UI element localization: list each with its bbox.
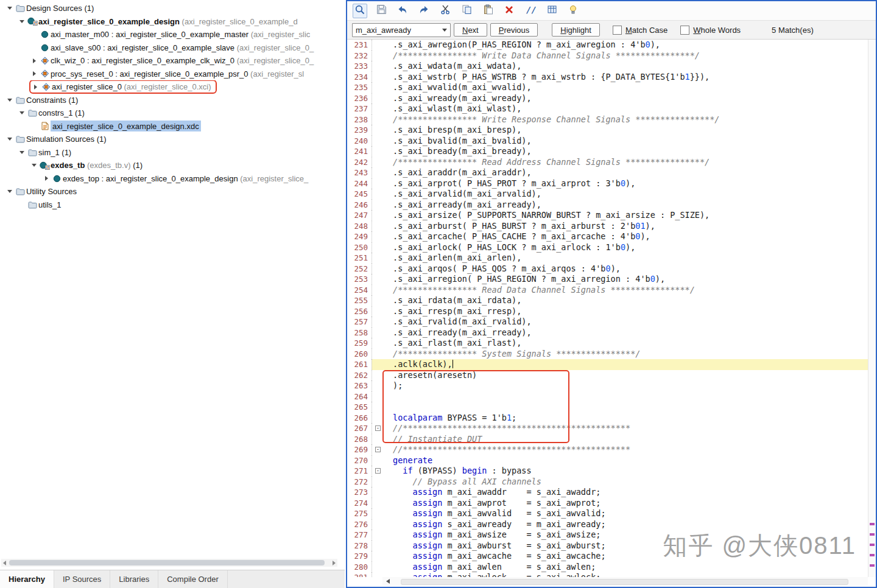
find-previous-button[interactable]: Previous [490,23,538,37]
tab-ip-sources[interactable]: IP Sources [54,570,110,588]
tree-row[interactable]: exdes_tb (exdes_tb.v) (1) [0,159,345,172]
scroll-left-icon[interactable] [386,579,390,584]
scrollbar-track[interactable] [392,578,865,584]
tree-row[interactable]: axi_register_slice_0_example_design.xdc [0,120,345,133]
scrollbar-thumb[interactable] [9,560,325,565]
redo-button[interactable] [417,4,431,18]
quick-fix-button[interactable] [566,4,580,18]
highlight-button[interactable]: Highlight [552,23,600,37]
editor-horizontal-scrollbar[interactable] [382,577,868,586]
code-line-266[interactable]: 266localparam BYPASS = 1'b1; [347,413,868,424]
code-line-240[interactable]: 240.s_axi_bvalid(m_axi_bvalid), [347,136,868,147]
code-line-258[interactable]: 258.s_axi_rready(m_axi_rready), [347,327,868,338]
code-line-273[interactable]: 273 assign m_axi_awaddr = s_axi_awaddr; [347,487,868,498]
tree-row[interactable]: axi_master_m00 : axi_register_slice_0_ex… [0,28,345,41]
code-line-233[interactable]: 233.s_axi_wdata(m_axi_wdata), [347,61,868,72]
code-line-241[interactable]: 241.s_axi_bready(m_axi_bready), [347,146,868,157]
code-line-234[interactable]: 234.s_axi_wstrb( P_HAS_WSTRB ? m_axi_wst… [347,72,868,83]
code-line-259[interactable]: 259.s_axi_rlast(m_axi_rlast), [347,338,868,349]
chevron-collapsed-icon[interactable] [29,71,39,76]
code-line-274[interactable]: 274 assign m_axi_awprot = s_axi_awprot; [347,498,868,509]
code-line-245[interactable]: 245.s_axi_arvalid(m_axi_arvalid), [347,189,868,200]
toggle-comment-button[interactable]: // [523,4,538,18]
code-line-268[interactable]: 268// Instantiate DUT [347,434,868,445]
copy-button[interactable] [459,4,474,18]
code-line-271[interactable]: 271- if (BYPASS) begin : bypass [347,466,868,477]
code-line-248[interactable]: 248.s_axi_arburst( P_HAS_BURST ? m_axi_a… [347,221,868,232]
code-line-255[interactable]: 255.s_axi_rdata(m_axi_rdata), [347,295,868,306]
code-line-251[interactable]: 251.s_axi_arlen(m_axi_arlen), [347,253,868,264]
match-case-checkbox[interactable]: Match Case [613,26,667,35]
save-button[interactable] [374,4,389,18]
code-line-254[interactable]: 254/**************** Read Data Channel S… [347,285,868,296]
tree-row[interactable]: axi_register_slice_0 (axi_register_slice… [0,80,345,94]
code-line-237[interactable]: 237.s_axi_wlast(m_axi_wlast), [347,103,868,114]
code-line-232[interactable]: 232/**************** Write Data Channel … [347,51,868,61]
chevron-expanded-icon[interactable] [17,111,27,114]
tree-row[interactable]: axi_slave_s00 : axi_register_slice_0_exa… [0,41,345,55]
tab-hierarchy[interactable]: Hierarchy [0,570,54,588]
tree-row[interactable]: utils_1 [0,198,345,212]
tree-row[interactable]: clk_wiz_0 : axi_register_slice_0_example… [0,54,345,68]
code-line-276[interactable]: 276 assign s_axi_awready = m_axi_awready… [347,519,868,530]
code-line-261[interactable]: 261.aclk(aclk), [347,359,868,370]
code-line-239[interactable]: 239.s_axi_bresp(m_axi_bresp), [347,125,868,136]
sources-horizontal-scrollbar[interactable] [1,559,337,567]
code-line-243[interactable]: 243.s_axi_araddr(m_axi_araddr), [347,167,868,178]
code-line-244[interactable]: 244.s_axi_arprot( P_HAS_PROT ? m_axi_arp… [347,178,868,189]
chevron-expanded-icon[interactable] [17,20,27,23]
code-line-263[interactable]: 263); [347,380,868,391]
fold-collapse-icon[interactable]: - [375,447,381,452]
code-line-247[interactable]: 247.s_axi_arsize( P_SUPPORTS_NARROW_BURS… [347,210,868,221]
code-line-264[interactable]: 264 [347,391,868,402]
chevron-expanded-icon[interactable] [5,190,15,193]
code-line-242[interactable]: 242/**************** Read Address Channe… [347,157,868,168]
chevron-expanded-icon[interactable] [5,7,15,10]
tab-libraries[interactable]: Libraries [110,570,158,588]
code-line-238[interactable]: 238/**************** Write Response Chan… [347,114,868,125]
code-line-262[interactable]: 262.aresetn(aresetn) [347,370,868,381]
delete-button[interactable] [502,4,516,18]
code-line-280[interactable]: 280 assign m_axi_awlen = s_axi_awlen; [347,562,868,573]
code-line-269[interactable]: 269-//**********************************… [347,444,868,455]
code-line-281[interactable]: 281 assign m_axi_awlock = s_axi_awlock; [347,572,868,577]
code-area[interactable]: 231.s_axi_awregion(P_HAS_REGION ? m_axi_… [347,40,868,577]
code-line-252[interactable]: 252.s_axi_arqos( P_HAS_QOS ? m_axi_arqos… [347,264,868,275]
tree-row[interactable]: constrs_1 (1) [0,107,345,120]
code-line-265[interactable]: 265 [347,402,868,413]
chevron-expanded-icon[interactable] [5,138,15,141]
cut-button[interactable] [438,4,453,18]
tree-row[interactable]: Simulation Sources (1) [0,133,345,146]
tab-compile-order[interactable]: Compile Order [158,570,228,588]
tree-row[interactable]: exdes_top : axi_register_slice_0_example… [0,172,345,186]
code-line-236[interactable]: 236.s_axi_wready(m_axi_wready), [347,93,868,104]
tree-row[interactable]: axi_register_slice_0_example_design (axi… [0,15,345,29]
code-line-246[interactable]: 246.s_axi_arready(m_axi_arready), [347,200,868,211]
find-next-button[interactable]: Next [454,23,487,37]
find-button[interactable] [353,4,367,18]
fold-collapse-icon[interactable]: - [375,425,381,431]
tree-row[interactable]: Utility Sources [0,185,345,198]
paste-button[interactable] [481,4,495,18]
chevron-collapsed-icon[interactable] [41,176,51,181]
editor-vertical-scrollbar[interactable] [868,40,876,577]
code-line-256[interactable]: 256.s_axi_rresp(m_axi_rresp), [347,306,868,317]
scrollbar-track[interactable] [8,560,331,565]
undo-button[interactable] [395,4,410,18]
chevron-expanded-icon[interactable] [17,151,27,154]
code-line-257[interactable]: 257.s_axi_rvalid(m_axi_rvalid), [347,317,868,327]
code-line-250[interactable]: 250.s_axi_arlock( P_HAS_LOCK ? m_axi_arl… [347,242,868,253]
tree-row[interactable]: Constraints (1) [0,94,345,107]
column-select-button[interactable] [544,4,559,18]
whole-words-checkbox[interactable]: Whole Words [680,26,741,35]
code-line-272[interactable]: 272 // Bypass all AXI channels [347,477,868,488]
code-line-249[interactable]: 249.s_axi_arcache( P_HAS_CACHE ? m_axi_a… [347,231,868,242]
tree-row[interactable]: Design Sources (1) [0,2,345,15]
tree-row[interactable]: sim_1 (1) [0,146,345,159]
tree-row[interactable]: proc_sys_reset_0 : axi_register_slice_0_… [0,68,345,81]
code-line-275[interactable]: 275 assign m_axi_awvalid = s_axi_awvalid… [347,508,868,519]
code-line-260[interactable]: 260/**************** System Signals ****… [347,349,868,360]
chevron-collapsed-icon[interactable] [29,58,39,63]
code-line-231[interactable]: 231.s_axi_awregion(P_HAS_REGION ? m_axi_… [347,40,868,51]
code-line-270[interactable]: 270generate [347,455,868,466]
